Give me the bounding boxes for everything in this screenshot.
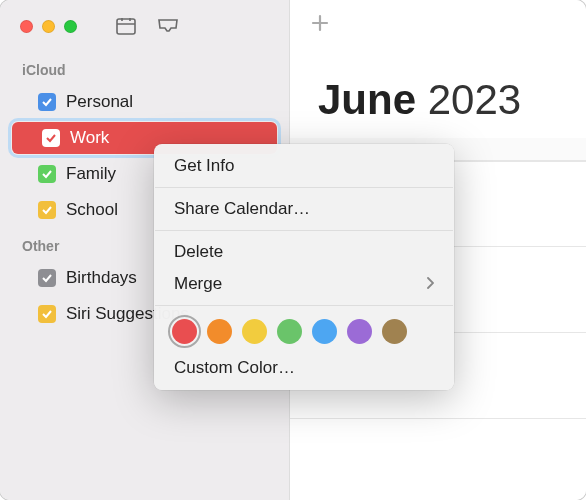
calendar-window: iCloud Personal Work Family School Other… — [0, 0, 586, 500]
section-header-icloud: iCloud — [0, 52, 289, 84]
titlebar — [0, 0, 289, 52]
menu-get-info[interactable]: Get Info — [154, 150, 454, 182]
menu-merge[interactable]: Merge — [154, 268, 454, 300]
window-controls — [20, 20, 77, 33]
month-title: June 2023 — [290, 52, 586, 138]
checkbox-icon[interactable] — [42, 129, 60, 147]
menu-separator — [155, 230, 453, 231]
color-swatch-green[interactable] — [277, 319, 302, 344]
checkbox-icon[interactable] — [38, 201, 56, 219]
color-swatch-yellow[interactable] — [242, 319, 267, 344]
month-label: June — [318, 76, 416, 123]
color-swatch-purple[interactable] — [347, 319, 372, 344]
color-swatch-blue[interactable] — [312, 319, 337, 344]
year-label: 2023 — [428, 76, 521, 123]
menu-custom-color[interactable]: Custom Color… — [154, 352, 454, 384]
calendar-label: Work — [70, 128, 109, 148]
menu-separator — [155, 187, 453, 188]
calendar-item-personal[interactable]: Personal — [8, 86, 281, 118]
color-swatch-row — [154, 311, 454, 352]
checkbox-icon[interactable] — [38, 165, 56, 183]
calendar-label: School — [66, 200, 118, 220]
main-toolbar — [290, 0, 586, 52]
menu-delete[interactable]: Delete — [154, 236, 454, 268]
minimize-button[interactable] — [42, 20, 55, 33]
calendar-label: Birthdays — [66, 268, 137, 288]
checkbox-icon[interactable] — [38, 93, 56, 111]
context-menu: Get Info Share Calendar… Delete Merge Cu… — [154, 144, 454, 390]
close-button[interactable] — [20, 20, 33, 33]
chevron-right-icon — [426, 274, 434, 294]
menu-separator — [155, 305, 453, 306]
inbox-button[interactable] — [151, 13, 185, 39]
color-swatch-brown[interactable] — [382, 319, 407, 344]
checkbox-icon[interactable] — [38, 305, 56, 323]
calendar-toggle-button[interactable] — [109, 13, 143, 39]
calendar-label: Personal — [66, 92, 133, 112]
color-swatch-red[interactable] — [172, 319, 197, 344]
zoom-button[interactable] — [64, 20, 77, 33]
add-event-button[interactable] — [310, 13, 330, 39]
menu-share-calendar[interactable]: Share Calendar… — [154, 193, 454, 225]
color-swatch-orange[interactable] — [207, 319, 232, 344]
checkbox-icon[interactable] — [38, 269, 56, 287]
calendar-label: Family — [66, 164, 116, 184]
svg-rect-0 — [117, 19, 135, 34]
